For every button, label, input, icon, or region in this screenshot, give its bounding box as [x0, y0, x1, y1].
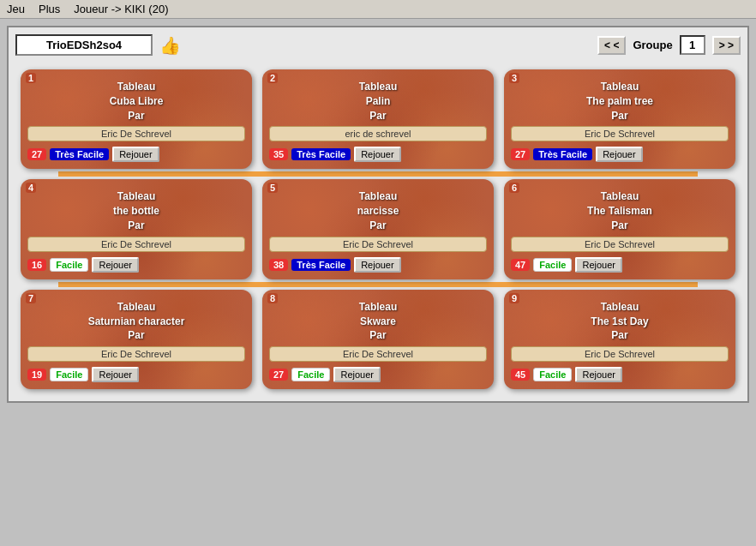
- score-badge: 45: [511, 369, 530, 381]
- card-author: Eric De Schrevel: [27, 126, 245, 141]
- card-title: TableauCuba LibrePar: [110, 80, 164, 123]
- score-badge: 27: [27, 148, 46, 160]
- card-bottom: 27 Très Facile Rejouer: [27, 147, 245, 162]
- card-1: 1 TableauCuba LibrePar Eric De Schrevel …: [21, 69, 252, 169]
- score-badge: 19: [27, 369, 46, 381]
- window-title: TrioEDSh2so4: [15, 34, 153, 56]
- card-bottom: 27 Facile Rejouer: [269, 367, 487, 382]
- rejouer-button[interactable]: Rejouer: [354, 147, 401, 162]
- menu-jeu[interactable]: Jeu: [7, 3, 25, 15]
- card-title: Tableauthe bottlePar: [113, 189, 159, 232]
- card-num: 7: [26, 293, 36, 303]
- card-author: eric de schrevel: [269, 126, 487, 141]
- score-badge: 35: [269, 148, 288, 160]
- card-3: 3 TableauThe palm treePar Eric De Schrev…: [504, 69, 735, 169]
- hline-2: [58, 282, 698, 287]
- card-bottom: 19 Facile Rejouer: [27, 367, 245, 382]
- difficulty-badge: Facile: [291, 368, 330, 381]
- rejouer-button[interactable]: Rejouer: [92, 257, 139, 273]
- card-author: Eric De Schrevel: [27, 237, 245, 252]
- menubar: Jeu Plus Joueur -> KIKI (20): [0, 0, 756, 19]
- difficulty-badge: Facile: [533, 258, 572, 272]
- score-badge: 27: [511, 148, 530, 160]
- score-badge: 27: [269, 369, 288, 381]
- card-grid: 1 TableauCuba LibrePar Eric De Schrevel …: [15, 64, 741, 394]
- card-5: 5 TableaunarcissePar Eric De Schrevel 38…: [262, 179, 494, 279]
- difficulty-badge: Facile: [50, 368, 88, 381]
- score-badge: 16: [27, 259, 46, 271]
- difficulty-badge: Très Facile: [533, 148, 592, 160]
- card-author: Eric De Schrevel: [511, 346, 729, 362]
- menu-plus[interactable]: Plus: [39, 3, 60, 15]
- card-6: 6 TableauThe TalismanPar Eric De Schreve…: [504, 179, 735, 279]
- menu-joueur[interactable]: Joueur -> KIKI (20): [74, 3, 168, 15]
- difficulty-badge: Facile: [50, 258, 88, 272]
- difficulty-badge: Très Facile: [50, 148, 109, 160]
- card-title: TableauPalinPar: [359, 80, 397, 123]
- card-title: TableauThe 1st DayPar: [591, 300, 648, 343]
- card-bottom: 27 Très Facile Rejouer: [511, 147, 729, 162]
- card-author: Eric De Schrevel: [511, 126, 729, 141]
- card-title: TableauSaturnian characterPar: [88, 300, 185, 343]
- card-2: 2 TableauPalinPar eric de schrevel 35 Tr…: [262, 69, 494, 169]
- rejouer-button[interactable]: Rejouer: [112, 147, 159, 162]
- rejouer-button[interactable]: Rejouer: [575, 257, 622, 273]
- difficulty-badge: Très Facile: [291, 259, 351, 271]
- difficulty-badge: Très Facile: [291, 148, 351, 160]
- rejouer-button[interactable]: Rejouer: [92, 367, 139, 382]
- card-num: 8: [267, 293, 278, 303]
- card-bottom: 16 Facile Rejouer: [27, 257, 245, 273]
- card-9: 9 TableauThe 1st DayPar Eric De Schrevel…: [504, 290, 735, 389]
- card-title: TableaunarcissePar: [357, 189, 399, 232]
- card-author: Eric De Schrevel: [27, 346, 245, 362]
- card-num: 5: [267, 183, 278, 193]
- main-window: TrioEDSh2so4 👍 < < Groupe 1 > > 1 Tablea…: [7, 26, 749, 403]
- nav-next-button[interactable]: > >: [712, 36, 741, 55]
- hline-1: [58, 171, 698, 177]
- card-bottom: 47 Facile Rejouer: [511, 257, 729, 273]
- card-num: 1: [26, 73, 36, 83]
- card-author: Eric De Schrevel: [511, 237, 729, 252]
- difficulty-badge: Facile: [533, 368, 572, 381]
- card-title: TableauSkwarePar: [359, 300, 397, 343]
- card-8: 8 TableauSkwarePar Eric De Schrevel 27 F…: [262, 290, 494, 389]
- rejouer-button[interactable]: Rejouer: [333, 367, 381, 382]
- score-badge: 47: [511, 259, 530, 271]
- card-num: 2: [267, 73, 278, 83]
- card-7: 7 TableauSaturnian characterPar Eric De …: [21, 290, 252, 389]
- groupe-number: 1: [680, 35, 705, 55]
- card-num: 6: [509, 183, 519, 193]
- nav-prev-button[interactable]: < <: [597, 36, 626, 55]
- card-bottom: 45 Facile Rejouer: [511, 367, 729, 382]
- card-num: 9: [509, 293, 519, 303]
- card-num: 4: [26, 183, 36, 193]
- card-bottom: 38 Très Facile Rejouer: [269, 257, 487, 273]
- thumb-icon[interactable]: 👍: [159, 35, 181, 56]
- rejouer-button[interactable]: Rejouer: [596, 147, 643, 162]
- top-bar: TrioEDSh2so4 👍 < < Groupe 1 > >: [15, 34, 741, 56]
- card-num: 3: [509, 73, 519, 83]
- score-badge: 38: [269, 259, 288, 271]
- card-title: TableauThe TalismanPar: [587, 189, 652, 232]
- groupe-label: Groupe: [633, 39, 672, 51]
- card-title: TableauThe palm treePar: [586, 80, 653, 123]
- card-4: 4 Tableauthe bottlePar Eric De Schrevel …: [21, 179, 252, 279]
- card-author: Eric De Schrevel: [269, 346, 487, 362]
- rejouer-button[interactable]: Rejouer: [354, 257, 401, 273]
- card-author: Eric De Schrevel: [269, 237, 487, 252]
- card-bottom: 35 Très Facile Rejouer: [269, 147, 487, 162]
- rejouer-button[interactable]: Rejouer: [575, 367, 622, 382]
